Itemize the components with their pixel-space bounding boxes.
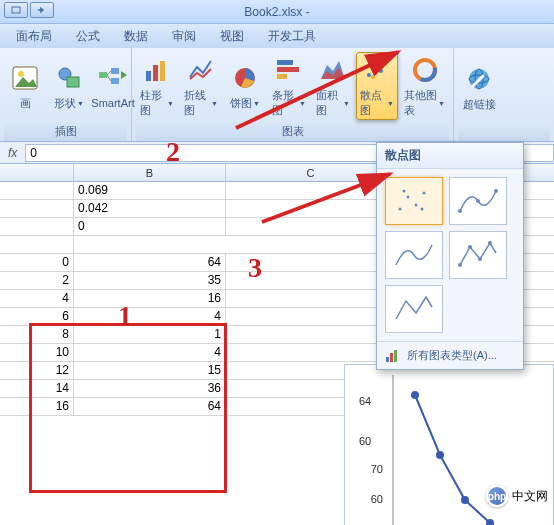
window-title: Book2.xlsx -: [244, 5, 309, 19]
svg-rect-4: [67, 77, 79, 87]
bar-chart-icon: [273, 54, 305, 86]
svg-point-43: [458, 263, 462, 267]
watermark: php 中文网: [486, 485, 548, 507]
other-charts-button[interactable]: 其他图表▼: [400, 52, 449, 120]
svg-rect-48: [390, 353, 393, 362]
pie-chart-icon: [229, 62, 261, 94]
scatter-panel-title: 散点图: [377, 143, 523, 169]
svg-rect-12: [277, 60, 293, 65]
svg-rect-13: [277, 67, 299, 72]
svg-rect-7: [111, 78, 119, 84]
svg-point-32: [461, 496, 469, 504]
svg-point-41: [476, 199, 480, 203]
svg-point-46: [488, 241, 492, 245]
svg-point-19: [371, 75, 375, 79]
tab[interactable]: 审阅: [160, 25, 208, 48]
col-header[interactable]: B: [74, 164, 226, 181]
tab[interactable]: 开发工具: [256, 25, 328, 48]
column-chart-button[interactable]: 柱形图▼: [136, 52, 178, 120]
scatter-type-lines-markers[interactable]: [449, 231, 507, 279]
chart-icon: [385, 349, 401, 363]
ribbon-tabs: 面布局 公式 数据 审阅 视图 开发工具: [0, 24, 554, 48]
pie-chart-button[interactable]: 饼图▼: [224, 60, 266, 113]
svg-text:60: 60: [371, 493, 383, 505]
other-charts-icon: [409, 54, 441, 86]
group-label: 图表: [136, 122, 449, 141]
tab[interactable]: 数据: [112, 25, 160, 48]
hyperlink-icon: [463, 63, 495, 95]
svg-rect-14: [277, 74, 287, 79]
shapes-icon: [53, 62, 85, 94]
svg-text:70: 70: [371, 463, 383, 475]
svg-point-15: [367, 73, 371, 77]
svg-point-38: [403, 190, 406, 193]
svg-rect-10: [160, 61, 165, 81]
svg-point-42: [494, 189, 498, 193]
group-label: 插图: [4, 122, 127, 141]
shapes-button[interactable]: 形状▼: [48, 60, 90, 113]
svg-point-37: [423, 192, 426, 195]
svg-rect-8: [146, 71, 151, 81]
table-row: 1436: [0, 380, 554, 398]
area-chart-button[interactable]: 面积图▼: [312, 52, 354, 120]
ribbon: 画 形状▼ SmartArt 插图 柱形图▼: [0, 48, 554, 142]
svg-rect-5: [99, 72, 107, 78]
svg-point-18: [383, 61, 387, 65]
watermark-icon: php: [486, 485, 508, 507]
svg-point-16: [373, 63, 377, 67]
scatter-type-lines[interactable]: [385, 285, 443, 333]
fx-label: fx: [0, 146, 25, 160]
all-chart-types-button[interactable]: 所有图表类型(A)...: [377, 341, 523, 369]
area-chart-icon: [317, 54, 349, 86]
svg-point-17: [379, 69, 383, 73]
table-row: 1664: [0, 398, 554, 416]
svg-point-31: [436, 451, 444, 459]
window-control-icon[interactable]: [30, 2, 54, 18]
scatter-chart-icon: [361, 54, 393, 86]
tab[interactable]: 公式: [64, 25, 112, 48]
svg-point-35: [407, 196, 410, 199]
svg-rect-47: [386, 357, 389, 362]
svg-point-2: [18, 71, 24, 77]
svg-point-34: [399, 208, 402, 211]
svg-rect-49: [394, 350, 397, 362]
svg-point-40: [458, 209, 462, 213]
col-header[interactable]: [0, 164, 74, 181]
scatter-dropdown-panel: 散点图 所有图表类型(A)...: [376, 142, 524, 370]
watermark-text: 中文网: [512, 488, 548, 505]
window-titlebar: Book2.xlsx -: [0, 0, 554, 24]
svg-point-44: [468, 245, 472, 249]
col-header[interactable]: C: [226, 164, 396, 181]
svg-point-39: [421, 208, 424, 211]
bar-chart-button[interactable]: 条形图▼: [268, 52, 310, 120]
smartart-icon: [97, 63, 129, 95]
window-control-icon[interactable]: [4, 2, 28, 18]
tab[interactable]: 视图: [208, 25, 256, 48]
svg-rect-6: [111, 68, 119, 74]
svg-point-36: [415, 204, 418, 207]
svg-point-33: [486, 519, 494, 525]
smartart-button[interactable]: SmartArt: [92, 61, 134, 111]
svg-rect-0: [12, 7, 20, 13]
picture-icon: [9, 62, 41, 94]
column-chart-icon: [141, 54, 173, 86]
hyperlink-button[interactable]: 超链接: [458, 61, 500, 114]
svg-rect-9: [153, 65, 158, 81]
scatter-type-markers[interactable]: [385, 177, 443, 225]
svg-point-45: [478, 257, 482, 261]
scatter-type-smooth-markers[interactable]: [449, 177, 507, 225]
line-chart-icon: [185, 54, 217, 86]
scatter-chart-button[interactable]: 散点图▼: [356, 52, 398, 120]
tab[interactable]: 面布局: [4, 25, 64, 48]
line-chart-button[interactable]: 折线图▼: [180, 52, 222, 120]
scatter-type-smooth[interactable]: [385, 231, 443, 279]
picture-button[interactable]: 画: [4, 60, 46, 113]
svg-text:60: 60: [359, 435, 371, 447]
